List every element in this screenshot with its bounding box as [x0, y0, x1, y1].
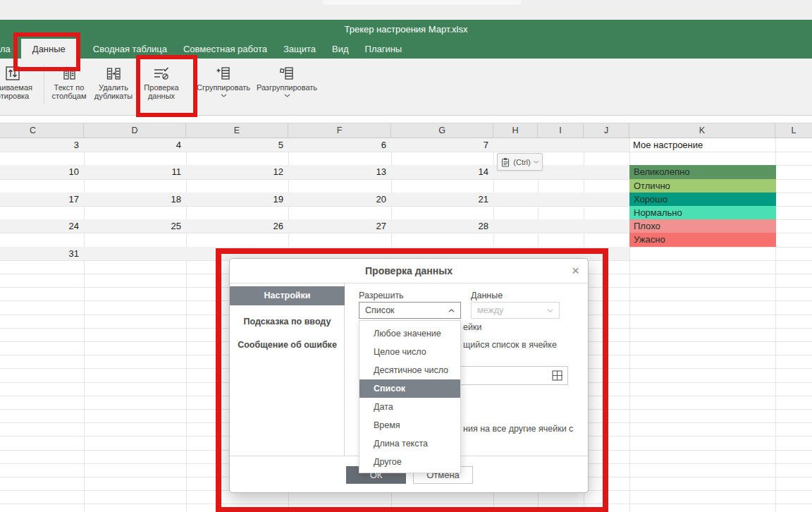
grid-cell[interactable]: [584, 219, 630, 233]
calendar-day-cell[interactable]: 28: [391, 219, 494, 233]
grid-cell[interactable]: [84, 463, 187, 477]
grid-cell[interactable]: [538, 165, 584, 179]
grid-cell[interactable]: [84, 233, 187, 247]
grid-cell[interactable]: [186, 152, 289, 166]
grid-cell[interactable]: [775, 463, 812, 477]
grid-cell[interactable]: [584, 315, 630, 329]
grid-cell[interactable]: [0, 300, 85, 315]
tab-view[interactable]: Вид: [332, 39, 349, 59]
grid-cell[interactable]: [84, 247, 187, 261]
grid-cell[interactable]: [538, 206, 584, 220]
grid-cell[interactable]: [775, 477, 812, 491]
calendar-day-cell[interactable]: 5: [186, 138, 289, 152]
grid-cell[interactable]: [0, 504, 85, 512]
data-validation-button[interactable]: Проверкаданных: [140, 65, 183, 100]
grid-cell[interactable]: [0, 179, 85, 193]
grid-cell[interactable]: [493, 179, 539, 193]
grid-cell[interactable]: [775, 504, 812, 512]
allow-select[interactable]: Список: [359, 302, 461, 319]
select-range-icon[interactable]: [552, 370, 562, 381]
grid-cell[interactable]: [84, 341, 187, 355]
grid-cell[interactable]: [186, 504, 289, 512]
grid-cell[interactable]: [775, 355, 812, 369]
dropdown-option-decimal[interactable]: Десятичное число: [359, 361, 460, 379]
grid-cell[interactable]: [629, 355, 776, 369]
grid-cell[interactable]: [538, 193, 584, 207]
dropdown-option-date[interactable]: Дата: [359, 398, 460, 416]
mood-cell[interactable]: Ужасно: [629, 233, 776, 247]
grid-cell[interactable]: [538, 233, 584, 247]
paste-options-button[interactable]: (Ctrl): [497, 153, 543, 171]
grid-cell[interactable]: [629, 450, 776, 464]
grid-cell[interactable]: [584, 260, 630, 274]
grid-cell[interactable]: [629, 287, 776, 301]
grid-cell[interactable]: [84, 355, 187, 369]
grid-cell[interactable]: [584, 247, 630, 261]
calendar-day-cell[interactable]: 31: [0, 247, 85, 261]
grid-cell[interactable]: [0, 260, 85, 274]
grid-cell[interactable]: [584, 368, 630, 382]
dialog-close-icon[interactable]: ×: [572, 262, 579, 279]
grid-cell[interactable]: [84, 382, 187, 396]
calendar-day-cell[interactable]: 3: [0, 138, 85, 152]
grid-cell[interactable]: [629, 274, 776, 288]
grid-cell[interactable]: [584, 274, 630, 288]
column-header-G[interactable]: G: [391, 123, 493, 138]
column-header-D[interactable]: D: [84, 123, 186, 138]
grid-cell[interactable]: [0, 233, 85, 247]
grid-cell[interactable]: [493, 219, 539, 233]
calendar-day-cell[interactable]: 26: [186, 219, 289, 233]
grid-cell[interactable]: [538, 219, 584, 233]
grid-cell[interactable]: [584, 341, 630, 355]
grid-cell[interactable]: [775, 152, 812, 166]
grid-cell[interactable]: [0, 355, 85, 369]
calendar-day-cell[interactable]: 18: [84, 193, 187, 207]
grid-cell[interactable]: [629, 490, 776, 504]
grid-cell[interactable]: [84, 409, 187, 423]
grid-cell[interactable]: [775, 274, 812, 288]
dropdown-option-any-value[interactable]: Любое значение: [359, 324, 460, 343]
dropdown-option-time[interactable]: Время: [359, 416, 460, 434]
grid-cell[interactable]: [775, 300, 812, 315]
grid-cell[interactable]: [0, 287, 85, 301]
grid-cell[interactable]: [0, 328, 85, 342]
calendar-day-cell[interactable]: 6: [288, 138, 392, 152]
grid-cell[interactable]: [584, 504, 630, 512]
grid-cell[interactable]: [538, 138, 584, 152]
grid-cell[interactable]: [186, 206, 289, 220]
mood-cell[interactable]: Нормально: [629, 206, 776, 220]
grid-cell[interactable]: [538, 179, 584, 193]
grid-cell[interactable]: [391, 152, 494, 166]
grid-cell[interactable]: [84, 422, 187, 437]
text-to-columns-button[interactable]: Текст постолбцам: [48, 65, 90, 100]
tab-formula-partial[interactable]: ла: [0, 39, 11, 59]
ungroup-dropdown-chevron[interactable]: [284, 94, 290, 97]
grid-cell[interactable]: [629, 422, 776, 437]
custom-sort-button[interactable]: раиваемаяотировка: [0, 65, 41, 100]
grid-cell[interactable]: [584, 422, 630, 437]
grid-cell[interactable]: [775, 206, 812, 220]
grid-cell[interactable]: [584, 165, 630, 179]
grid-cell[interactable]: [186, 179, 289, 193]
grid-cell[interactable]: [775, 138, 812, 152]
grid-cell[interactable]: [629, 315, 776, 329]
grid-cell[interactable]: [288, 179, 392, 193]
grid-cell[interactable]: [84, 206, 187, 220]
grid-cell[interactable]: [629, 436, 776, 450]
grid-cell[interactable]: [584, 233, 630, 247]
grid-cell[interactable]: [493, 138, 539, 152]
group-button[interactable]: Сгруппировать: [195, 65, 252, 97]
grid-cell[interactable]: [775, 422, 812, 437]
grid-cell[interactable]: [0, 463, 85, 477]
tab-data[interactable]: Данные: [21, 39, 77, 59]
grid-cell[interactable]: [629, 341, 776, 355]
grid-cell[interactable]: [584, 409, 630, 423]
column-header-F[interactable]: F: [288, 123, 391, 138]
grid-cell[interactable]: [493, 206, 539, 220]
grid-cell[interactable]: [629, 463, 776, 477]
grid-cell[interactable]: [584, 179, 630, 193]
column-header-E[interactable]: E: [186, 123, 288, 138]
sidebar-item-settings[interactable]: Настройки: [230, 286, 345, 305]
grid-cell[interactable]: [584, 152, 630, 166]
grid-cell[interactable]: [629, 152, 776, 166]
